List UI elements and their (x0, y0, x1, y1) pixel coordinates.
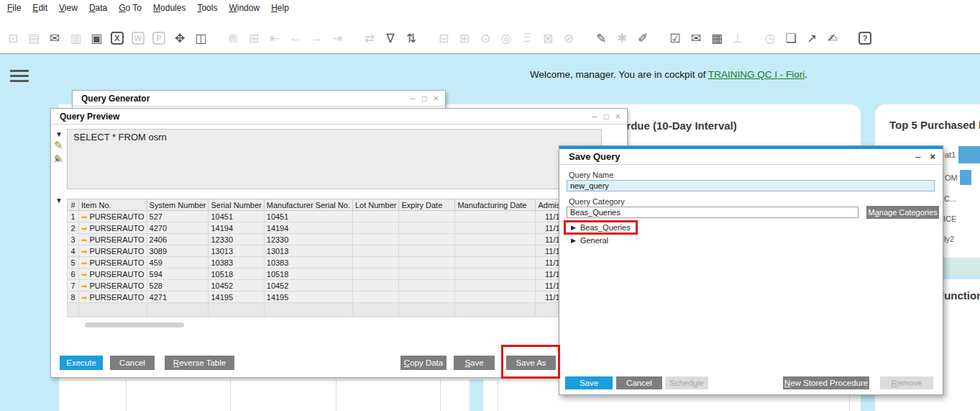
column-header[interactable]: System Number (147, 199, 209, 211)
table-footer-row (68, 303, 577, 317)
minimize-icon[interactable]: – (592, 112, 597, 121)
query-category-label: Query Category (569, 197, 625, 206)
table-row[interactable]: 5➡PURSERAUTO459103831038311/11/13 (68, 257, 577, 268)
freeze-columns-icon[interactable]: ◫ (192, 30, 209, 47)
sort-icon[interactable]: ⇅ (403, 30, 420, 47)
org-chart-icon: ⊥ (729, 30, 746, 47)
table-cell (455, 257, 536, 268)
payment-means-icon: ◎ (498, 30, 515, 47)
copy-table-icon[interactable]: ▣ (88, 30, 105, 47)
hamburger-menu-icon[interactable] (10, 70, 29, 85)
filter-icon[interactable]: ∇ (382, 30, 399, 47)
menu-file[interactable]: File (1, 3, 27, 13)
link-arrow-icon[interactable]: ➡ (81, 294, 87, 302)
export-excel-icon[interactable]: X (109, 30, 126, 47)
table-cell: 10383 (264, 257, 352, 268)
save-as-button[interactable]: Save As (506, 356, 556, 370)
table-row[interactable]: 4➡PURSERAUTO3089130131301311/11/13 (68, 245, 577, 257)
table-cell: 13013 (264, 245, 352, 257)
menu-data[interactable]: Data (83, 3, 113, 13)
clear-sql-icon[interactable]: ✎✕ (54, 153, 63, 166)
window-controls: – □ × (411, 94, 439, 103)
table-cell (264, 303, 352, 317)
copy-data-button[interactable]: Copy Data (400, 356, 447, 370)
collapse-sql-icon[interactable]: ▼ (55, 130, 63, 138)
menu-go-to[interactable]: Go To (113, 3, 147, 13)
dialog-cancel-button[interactable]: Cancel (616, 376, 662, 389)
column-header[interactable]: Expiry Date (399, 199, 455, 211)
save-button[interactable]: Save (454, 356, 495, 370)
link-arrow-icon[interactable]: ➡ (81, 248, 87, 256)
table-row[interactable]: 1➡PURSERAUTO527104511045111/11/13 (68, 211, 577, 222)
minimize-icon[interactable]: – (915, 152, 920, 161)
tree-item-beas-queries[interactable]: ▶Beas_Queries (571, 223, 631, 232)
link-arrow-icon[interactable]: ➡ (81, 236, 87, 244)
column-header[interactable]: # (68, 199, 79, 211)
document-settings-icon[interactable]: ✐ (634, 30, 651, 47)
edit-icon[interactable]: ✎ (592, 30, 610, 47)
column-header[interactable]: Item No. (79, 199, 147, 211)
menu-window[interactable]: Window (223, 3, 265, 13)
cancel-button[interactable]: Cancel (110, 356, 155, 370)
table-row[interactable]: 3➡PURSERAUTO2406123301233011/11/13 (68, 234, 577, 245)
horizontal-scrollbar[interactable] (85, 322, 184, 328)
link-arrow-icon[interactable]: ➡ (81, 259, 87, 267)
column-header[interactable]: Lot Number (352, 199, 398, 211)
close-icon[interactable]: × (434, 94, 439, 103)
execute-button[interactable]: Execute (60, 356, 103, 370)
calendar-icon[interactable]: ▦ (708, 30, 725, 47)
new-stored-procedure-button[interactable]: New Stored Procedure (783, 376, 869, 389)
table-row[interactable]: 2➡PURSERAUTO4270141941419411/11/13 (68, 222, 577, 234)
menu-view[interactable]: View (53, 3, 83, 13)
bg-grid-line (440, 379, 441, 411)
link-arrow-icon[interactable]: ➡ (81, 213, 87, 221)
column-header[interactable]: Serial Number (209, 199, 264, 211)
edit-sql-icon[interactable]: ✎ (54, 139, 63, 152)
reverse-table-button[interactable]: Reverse Table (165, 356, 234, 370)
maximize-icon[interactable]: □ (422, 94, 427, 103)
collapse-results-icon[interactable]: ▼ (55, 197, 63, 204)
export-word-icon: W (129, 30, 147, 47)
menu-help[interactable]: Help (265, 3, 295, 13)
query-preview-titlebar: Query Preview – □ × (51, 109, 627, 125)
link-arrow-icon[interactable]: ➡ (81, 271, 87, 279)
form-settings-icon: ✱ (613, 30, 631, 47)
incoming-payment-icon: ⊙ (477, 30, 494, 47)
table-cell (455, 268, 536, 280)
maximize-icon[interactable]: □ (604, 112, 609, 121)
manage-categories-button[interactable]: Manage Categories (866, 206, 939, 219)
close-icon[interactable]: × (615, 112, 620, 121)
link-arrow-icon[interactable]: ➡ (81, 282, 87, 290)
query-name-input[interactable] (567, 180, 935, 191)
column-header[interactable]: Manufacturing Date (455, 199, 536, 211)
alert-message-icon[interactable]: ✉ (687, 30, 705, 47)
bg-grid-line (126, 379, 127, 411)
cockpit-link[interactable]: TRAINING QC I - Fiori (708, 69, 805, 80)
help-icon[interactable]: ? (856, 30, 874, 47)
menu-tools[interactable]: Tools (191, 3, 223, 13)
table-cell (352, 303, 398, 317)
email-icon[interactable]: ✉ (46, 30, 63, 47)
tree-item-general[interactable]: ▶General (571, 236, 608, 245)
sales-analysis-icon[interactable]: ↗ (803, 30, 820, 47)
dialog-save-button[interactable]: Save (565, 376, 613, 389)
column-header[interactable]: Manufacturer Serial No. (264, 199, 352, 211)
menu-edit[interactable]: Edit (27, 3, 53, 13)
minimize-icon[interactable]: – (411, 94, 416, 103)
menu-modules[interactable]: Modules (147, 3, 191, 13)
table-row[interactable]: 6➡PURSERAUTO594105181051811/11/13 (68, 268, 577, 280)
modules-icon[interactable]: ❏ (782, 30, 800, 47)
sql-query-input[interactable]: SELECT * FROM osrn (67, 129, 602, 189)
expand-arrow-icon[interactable]: ▶ (571, 237, 576, 244)
table-cell: 10518 (264, 268, 352, 280)
table-row[interactable]: 7➡PURSERAUTO528104521045211/11/13 (68, 280, 577, 292)
query-category-input[interactable] (567, 207, 858, 218)
approved-forms-icon[interactable]: ☑ (667, 30, 684, 47)
link-arrow-icon[interactable]: ➡ (81, 225, 87, 232)
report-designer-icon[interactable]: ✍ (824, 30, 841, 47)
table-cell (455, 222, 536, 234)
expand-arrow-icon[interactable]: ▶ (571, 224, 576, 231)
close-icon[interactable]: × (930, 152, 935, 161)
table-row[interactable]: 8➡PURSERAUTO4271141951419511/11/13 (68, 292, 577, 303)
move-icon[interactable]: ✥ (171, 30, 188, 47)
